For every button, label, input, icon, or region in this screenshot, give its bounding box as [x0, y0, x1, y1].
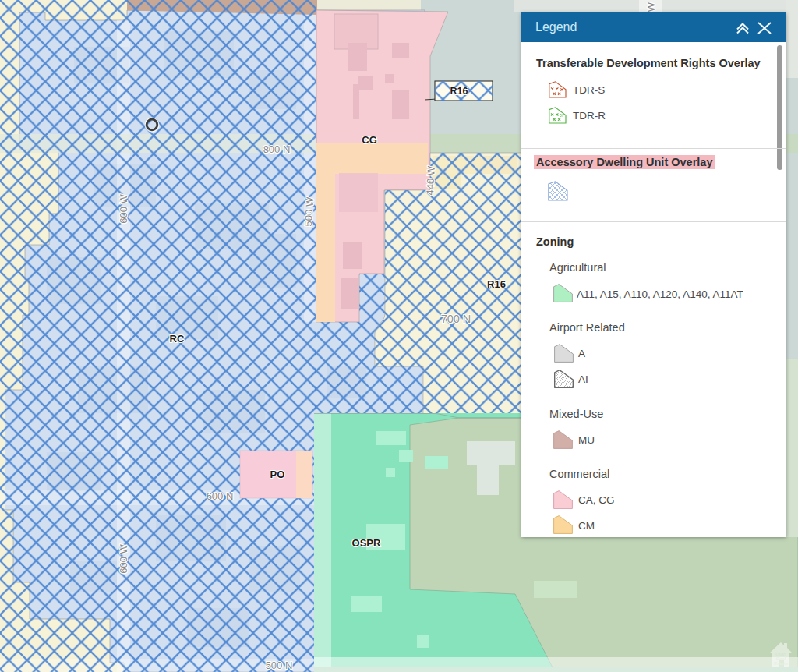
svg-text:600 W: 600 W — [118, 543, 129, 573]
svg-text:800 N: 800 N — [263, 143, 291, 155]
svg-text:Estate: Estate — [774, 661, 789, 666]
svg-text:R16: R16 — [487, 278, 506, 290]
svg-text:OSPR: OSPR — [352, 537, 381, 549]
svg-text:W: W — [645, 2, 657, 12]
svg-text:500 W: 500 W — [302, 196, 316, 227]
svg-text:600 N: 600 N — [207, 490, 234, 502]
svg-text:700 N: 700 N — [441, 313, 471, 325]
svg-text:440 W: 440 W — [424, 165, 437, 196]
svg-text:PO: PO — [270, 469, 285, 480]
svg-text:RC: RC — [170, 333, 185, 345]
svg-text:CG: CG — [362, 134, 377, 146]
svg-text:500 N: 500 N — [266, 660, 293, 671]
svg-text:R16: R16 — [450, 86, 468, 97]
svg-text:600 W: 600 W — [118, 193, 129, 223]
